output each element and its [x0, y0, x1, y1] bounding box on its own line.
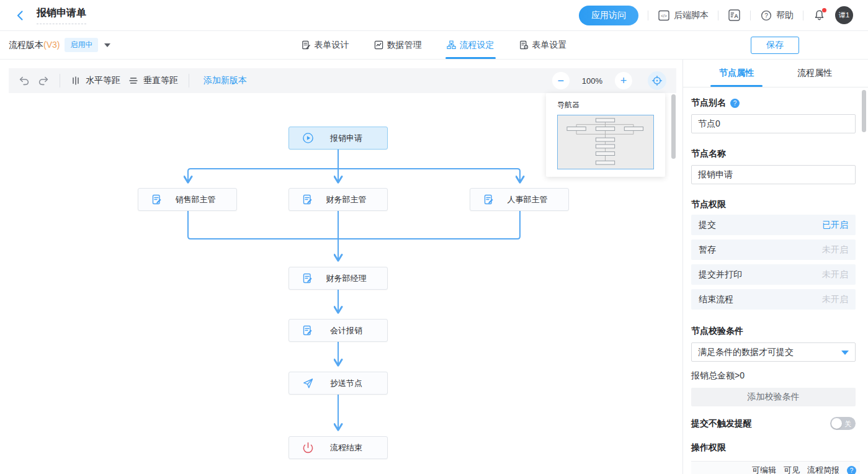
help-button[interactable]: ? 帮助: [760, 9, 794, 22]
vertical-spacing-label: 垂直等距: [143, 75, 178, 86]
redo-button[interactable]: [38, 75, 49, 86]
zoom-level: 100%: [582, 76, 602, 86]
approval-doc-icon: [151, 194, 162, 205]
tab-form-settings[interactable]: 表单设置: [519, 31, 567, 59]
validation-condition-text: 报销总金额>0: [691, 370, 856, 382]
alias-help-icon[interactable]: ?: [730, 99, 740, 108]
tab-flow-properties[interactable]: 流程属性: [794, 60, 836, 87]
approval-doc-icon: [302, 325, 313, 336]
user-avatar[interactable]: 谭1: [835, 6, 853, 24]
notification-badge-dot: [822, 8, 826, 12]
node-label: 抄送节点: [330, 378, 362, 389]
backend-script-button[interactable]: </> 后端脚本: [658, 9, 709, 22]
add-version-button[interactable]: 添加新版本: [204, 75, 247, 86]
permission-row-end-flow[interactable]: 结束流程 未开启: [691, 289, 856, 310]
operation-help-icon[interactable]: ?: [847, 466, 856, 474]
back-chevron-icon: [15, 10, 26, 21]
permission-label: 提交并打印: [699, 269, 742, 280]
divider: [803, 11, 803, 20]
svg-text:?: ?: [764, 12, 768, 19]
chevron-down-icon: [841, 351, 849, 355]
power-icon: [302, 442, 314, 454]
flow-node-start[interactable]: 报销申请: [289, 127, 388, 150]
main-area: 水平等距 垂直等距 添加新版本 − 100% +: [0, 60, 868, 474]
node-name-label: 节点名称: [691, 148, 856, 159]
version-label: 流程版本(V3): [9, 40, 60, 51]
flow-node-sales-manager[interactable]: 销售部主管: [138, 188, 237, 211]
permission-label: 结束流程: [699, 294, 733, 305]
version-dropdown-caret-icon[interactable]: [104, 43, 110, 47]
navigator-title: 导航器: [557, 100, 654, 110]
permission-label: 暂存: [699, 244, 716, 256]
tab-label: 表单设置: [532, 40, 567, 51]
permission-status: 未开启: [822, 244, 848, 256]
undo-button[interactable]: [19, 75, 30, 86]
node-alias-label: 节点别名 ?: [691, 97, 856, 109]
flow-node-finance-supervisor[interactable]: 财务部主管: [289, 188, 388, 211]
app-header: 报销申请单 应用访问 </> 后端脚本 A ? 帮助 谭1: [0, 0, 868, 31]
column-editable: 可编辑: [752, 465, 776, 474]
permission-status: 未开启: [822, 269, 848, 280]
permission-row-save-draft[interactable]: 暂存 未开启: [691, 239, 856, 260]
help-label: 帮助: [776, 10, 794, 21]
divider: [648, 11, 648, 20]
redo-icon: [38, 75, 49, 86]
undo-icon: [19, 75, 30, 86]
approval-doc-icon: [302, 194, 313, 205]
play-icon: [302, 132, 314, 144]
validation-select[interactable]: 满足条件的数据才可提交: [691, 342, 856, 362]
flow-node-accounting[interactable]: 会计报销: [289, 319, 388, 342]
locate-button[interactable]: [648, 71, 666, 90]
flow-node-end[interactable]: 流程结束: [289, 436, 388, 459]
app-access-button[interactable]: 应用访问: [579, 6, 638, 25]
flow-canvas[interactable]: 水平等距 垂直等距 添加新版本 − 100% +: [0, 60, 682, 474]
flow-node-hr-supervisor[interactable]: 人事部主管: [470, 188, 569, 211]
tab-node-properties[interactable]: 节点属性: [715, 60, 758, 87]
add-condition-button[interactable]: 添加校验条件: [691, 388, 856, 406]
node-name-input[interactable]: [691, 165, 856, 184]
permission-label: 提交: [699, 220, 716, 231]
panel-scrollbar[interactable]: [862, 90, 866, 132]
module-tabs: 表单设计 数据管理 流程设定 表单设置: [302, 31, 567, 59]
svg-text:</>: </>: [661, 13, 667, 17]
permission-row-submit[interactable]: 提交 已开启: [691, 215, 856, 235]
flow-node-cc[interactable]: 抄送节点: [289, 372, 388, 395]
horizontal-spacing-button[interactable]: 水平等距: [71, 75, 120, 86]
tab-flow-setting[interactable]: 流程设定: [447, 31, 494, 59]
operation-columns-row: 可编辑 可见 流程简报 ?: [691, 461, 860, 474]
zoom-in-button[interactable]: +: [615, 72, 632, 89]
notifications-button[interactable]: [813, 9, 826, 22]
backend-script-label: 后端脚本: [674, 10, 709, 21]
validation-label: 节点校验条件: [691, 326, 856, 337]
tab-form-design[interactable]: 表单设计: [302, 31, 349, 59]
horizontal-spacing-icon: [71, 76, 81, 86]
flow-node-finance-manager[interactable]: 财务部经理: [289, 267, 388, 290]
node-label: 销售部主管: [176, 194, 216, 205]
permission-row-submit-print[interactable]: 提交并打印 未开启: [691, 264, 856, 285]
node-label: 会计报销: [330, 325, 362, 336]
code-icon: </>: [658, 9, 670, 22]
help-icon: ?: [760, 9, 772, 22]
panel-body: 节点别名 ? 节点名称 节点权限 提交 已开启 暂存 未开启 提交并打印 未开启…: [683, 87, 868, 474]
node-label: 财务部主管: [326, 194, 367, 205]
reminder-toggle[interactable]: 关: [830, 417, 856, 430]
navigator-panel: 导航器: [546, 93, 665, 177]
reminder-row: 提交不触发提醒 关: [691, 417, 856, 430]
flow-setting-icon: [447, 40, 456, 50]
zoom-out-button[interactable]: −: [552, 72, 570, 89]
subheader: 流程版本(V3) 启用中 表单设计 数据管理 流程设定 表单设置 保存: [0, 31, 868, 60]
divider: [60, 74, 60, 87]
toggle-off-label: 关: [844, 419, 851, 428]
vertical-spacing-button[interactable]: 垂直等距: [128, 75, 178, 86]
tab-data-manage[interactable]: 数据管理: [374, 31, 422, 59]
tab-label: 流程设定: [460, 40, 494, 51]
language-button[interactable]: A: [728, 9, 741, 22]
divider: [718, 11, 718, 20]
save-button[interactable]: 保存: [751, 37, 799, 54]
canvas-scrollbar[interactable]: [671, 94, 676, 159]
operation-permissions-label: 操作权限: [691, 442, 856, 454]
reminder-label: 提交不触发提醒: [691, 418, 752, 429]
navigator-minimap[interactable]: [557, 115, 654, 169]
node-alias-input[interactable]: [691, 114, 856, 133]
back-button[interactable]: [15, 10, 26, 21]
